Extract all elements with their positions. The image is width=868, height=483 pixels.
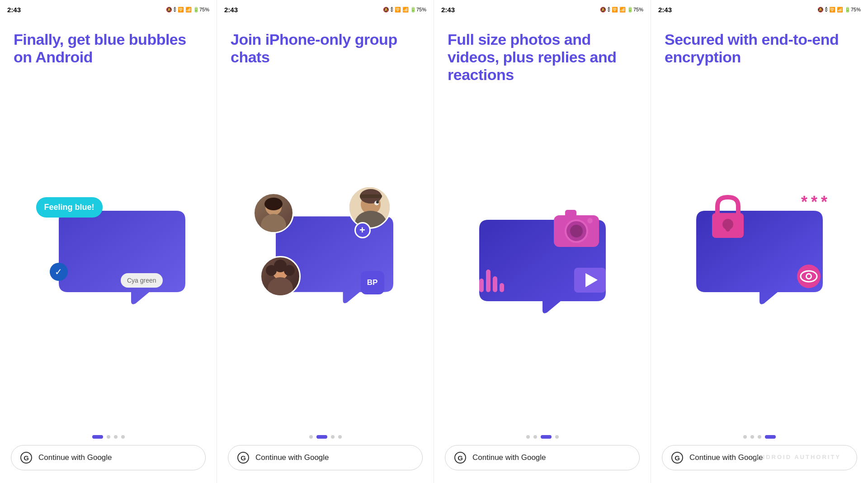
phone-screen-1: 2:43 🔕₿🛜📶🔋75% Finally, get blue bubbles … [0,0,217,483]
google-button-3[interactable]: G Continue with Google [445,445,640,470]
headline-2: Join iPhone-only group chats [231,31,420,66]
google-icon-1: G [20,452,32,464]
cya-green-bubble: Cya green [121,273,163,288]
dot-2-1 [309,435,313,439]
google-btn-text-1: Continue with Google [38,453,112,462]
dot-4-1 [743,435,747,439]
dot-4-2 [750,435,754,439]
dot-4-3 [758,435,761,439]
google-button-1[interactable]: G Continue with Google [11,445,206,470]
cyan-bubble: Feeling blue! [36,197,103,218]
asterisks: * * * [801,193,827,212]
headline-3: Full size photos and videos, plus replie… [448,31,637,84]
illustration-1: Feeling blue! ✓ Cya green [14,66,203,428]
illustration-3 [448,84,637,428]
dot-2-4 [338,435,342,439]
phone-screen-2: 2:43 🔕₿🛜📶🔋75% Join iPhone-only group cha… [217,0,434,483]
audio-bars [479,270,504,292]
svg-point-19 [587,218,593,223]
status-icons-3: 🔕₿🛜📶🔋75% [600,7,643,13]
phone-screen-4: 2:43 🔕₿🛜📶🔋75% Secured with end-to-end en… [651,0,868,483]
dot-1-1 [92,435,103,439]
pagination-dots-4 [651,428,868,445]
speech-bubble-svg-1 [59,211,185,306]
status-icons-1: 🔕₿🛜📶🔋75% [166,7,209,13]
svg-rect-18 [565,210,576,217]
dot-1-2 [107,435,110,439]
status-icons-2: 🔕₿🛜📶🔋75% [383,7,426,13]
phone-screen-3: 2:43 🔕₿🛜📶🔋75% Full size photos and video… [434,0,651,483]
status-time-2: 2:43 [224,6,238,14]
dot-3-2 [533,435,537,439]
avatar-2 [260,256,301,297]
svg-point-7 [274,260,287,272]
plus-badge: + [354,222,371,238]
eye-icon [797,265,821,290]
bp-badge: BP [361,271,384,294]
screen-content-1: Finally, get blue bubbles on Android [0,17,217,428]
illustration-4: * * * [665,66,854,428]
dot-2-2 [316,435,327,439]
status-bar-1: 2:43 🔕₿🛜📶🔋75% [0,0,217,17]
dot-3-4 [555,435,559,439]
pagination-dots-3 [434,428,651,445]
status-bar-2: 2:43 🔕₿🛜📶🔋75% [217,0,434,17]
google-icon-2: G [237,452,249,464]
status-time-4: 2:43 [658,6,672,14]
svg-point-17 [570,225,583,237]
status-bar-3: 2:43 🔕₿🛜📶🔋75% [434,0,651,17]
headline-4: Secured with end-to-end encryption [665,31,854,66]
status-bar-4: 2:43 🔕₿🛜📶🔋75% [651,0,868,17]
svg-point-2 [264,198,283,210]
svg-point-28 [807,275,811,278]
pagination-dots-2 [217,428,434,445]
dot-1-4 [121,435,125,439]
check-icon: ✓ [50,263,68,281]
screen-content-4: Secured with end-to-end encryption [651,17,868,428]
svg-rect-24 [726,224,730,232]
dot-3-1 [526,435,530,439]
lock-icon [708,195,748,242]
google-button-2[interactable]: G Continue with Google [228,445,423,470]
status-icons-4: 🔕₿🛜📶🔋75% [817,7,861,13]
status-time-1: 2:43 [7,6,21,14]
pagination-dots-1 [0,428,217,445]
dot-2-3 [331,435,335,439]
avatar-3 [348,186,391,229]
google-btn-text-3: Continue with Google [472,453,546,462]
screen-content-3: Full size photos and videos, plus replie… [434,17,651,428]
google-icon-4: G [671,452,683,464]
google-icon-3: G [454,452,466,464]
google-btn-text-4: Continue with Google [689,453,763,462]
svg-point-14 [376,201,379,204]
dot-4-4 [765,435,776,439]
screen-content-2: Join iPhone-only group chats [217,17,434,428]
watermark: ANDROID AUTHORITY [755,454,841,460]
svg-point-1 [261,214,286,232]
google-btn-text-2: Continue with Google [255,453,329,462]
svg-point-4 [268,277,293,295]
avatar-1 [253,193,294,233]
illustration-2: + BP [231,66,420,428]
svg-rect-12 [360,194,382,198]
camera-icon [552,206,601,249]
headline-1: Finally, get blue bubbles on Android [14,31,203,66]
dot-3-3 [541,435,552,439]
dot-1-3 [114,435,118,439]
video-play-icon [574,268,606,294]
status-time-3: 2:43 [441,6,455,14]
